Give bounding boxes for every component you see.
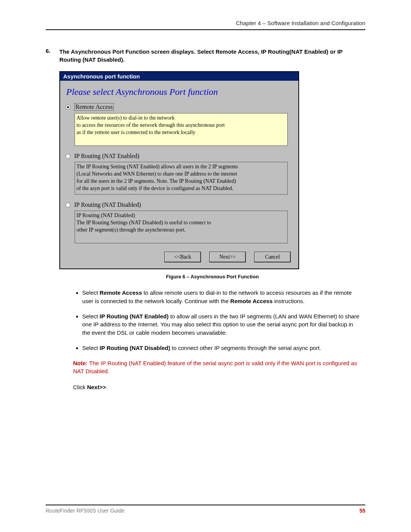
- step-text: The Asynchronous Port Function screen di…: [59, 48, 365, 64]
- page: Chapter 4 – Software Installation and Co…: [0, 0, 411, 532]
- window-body: Please select Asynchronous Port function…: [60, 81, 298, 268]
- option-remote-access[interactable]: Remote Access: [65, 103, 293, 111]
- option-label: IP Routing (NAT Disabled): [74, 201, 141, 208]
- option-desc-nat-disabled: IP Routing (NAT Disabled) The IP Routing…: [75, 211, 288, 243]
- button-row: <<Back Next>> Cancel: [65, 250, 293, 263]
- radio-icon[interactable]: [65, 105, 70, 110]
- step-number: 6.: [46, 48, 59, 64]
- click-next: Click Next>>.: [73, 384, 365, 390]
- next-button[interactable]: Next>>: [209, 252, 246, 262]
- step-6: 6. The Asynchronous Port Function screen…: [46, 48, 365, 64]
- radio-icon[interactable]: [65, 154, 70, 159]
- option-label: IP Routing (NAT Enabled): [74, 153, 139, 160]
- cancel-button[interactable]: Cancel: [254, 252, 291, 262]
- bullet-list: Select Remote Access to allow remote use…: [82, 289, 362, 352]
- bullet-item: Select IP Routing (NAT Disabled) to conn…: [82, 344, 362, 352]
- option-desc-nat-enabled: The IP Routing Setting (NAT Enabled) all…: [75, 162, 288, 195]
- footer-title: RouteFinder RF500S User Guide: [46, 508, 124, 514]
- window-titlebar: Asynchronous port function: [60, 72, 298, 81]
- option-nat-disabled[interactable]: IP Routing (NAT Disabled): [65, 201, 293, 208]
- bullet-item: Select Remote Access to allow remote use…: [82, 289, 362, 305]
- page-number: 55: [359, 508, 365, 514]
- figure-caption: Figure 6 – Asynchronous Port Function: [59, 274, 365, 280]
- bullet-item: Select IP Routing (NAT Enabled) to allow…: [82, 312, 362, 337]
- option-nat-enabled[interactable]: IP Routing (NAT Enabled): [65, 153, 293, 160]
- radio-icon[interactable]: [65, 203, 70, 208]
- page-footer: RouteFinder RF500S User Guide 55: [46, 505, 365, 514]
- dialog-window: Asynchronous port function Please select…: [59, 71, 299, 269]
- option-label: Remote Access: [74, 103, 114, 111]
- window-heading: Please select Asynchronous Port function: [66, 87, 293, 97]
- back-button[interactable]: <<Back: [164, 252, 201, 262]
- note-text: Note: The IP Routing (NAT Enabled) featu…: [73, 359, 362, 376]
- screenshot-area: Asynchronous port function Please select…: [59, 71, 365, 390]
- chapter-header: Chapter 4 – Software Installation and Co…: [46, 20, 365, 30]
- option-desc-remote-access: Allow remote user(s) to dial-in to the n…: [75, 113, 288, 146]
